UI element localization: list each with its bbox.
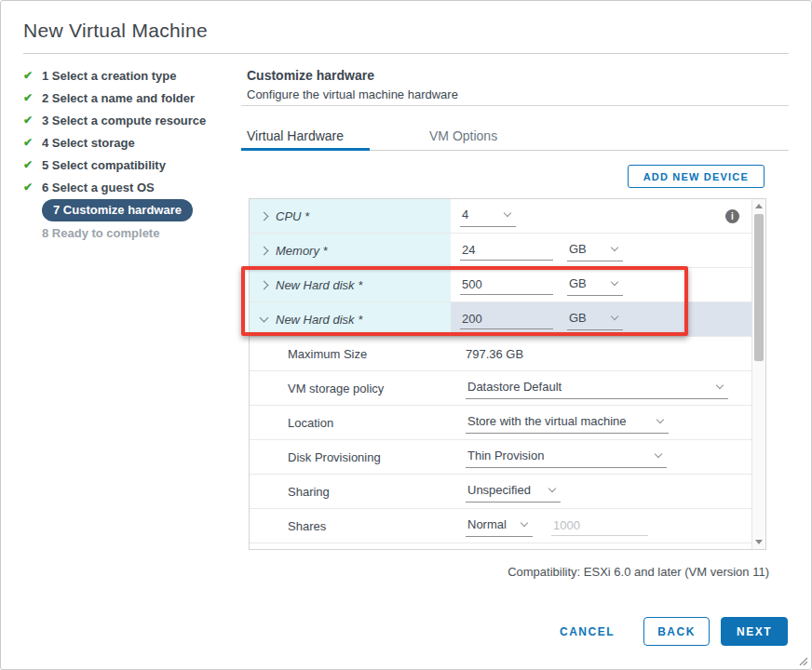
sharing-label: Sharing <box>288 485 330 499</box>
step-label: 6 Select a guest OS <box>42 181 155 194</box>
disk2-unit-value: GB <box>569 311 587 325</box>
scrollbar-thumb[interactable] <box>754 214 764 361</box>
chevron-down-icon <box>504 208 511 216</box>
memory-label: Memory * <box>276 244 328 258</box>
sharing-label-cell: Sharing <box>250 475 451 508</box>
next-button[interactable]: NEXT <box>721 617 788 646</box>
disk1-size-input[interactable] <box>460 275 553 295</box>
step-label: 3 Select a compute resource <box>42 114 206 127</box>
step-label: 8 Ready to complete <box>42 226 159 240</box>
row-maximum-size: Maximum Size 797.36 GB <box>250 337 751 371</box>
sidebar-step-2[interactable]: ✔ 2 Select a name and folder <box>23 87 239 109</box>
cpu-count-select[interactable]: 4 <box>460 206 516 227</box>
check-icon: ✔ <box>23 181 42 194</box>
row-shares: Shares Normal <box>250 509 751 543</box>
disk2-unit-select[interactable]: GB <box>567 309 623 330</box>
back-button[interactable]: BACK <box>643 617 710 646</box>
chevron-down-icon <box>611 312 618 319</box>
memory-unit-value: GB <box>569 242 587 256</box>
check-icon: ✔ <box>23 69 42 82</box>
maximum-size-label-cell: Maximum Size <box>250 337 451 370</box>
maximum-size-value: 797.36 GB <box>466 347 523 361</box>
row-disk-provisioning: Disk Provisioning Thin Provision <box>250 440 751 475</box>
chevron-down-icon <box>521 518 528 526</box>
title-divider <box>23 53 789 54</box>
location-select[interactable]: Store with the virtual machine <box>466 412 669 434</box>
storage-policy-label-cell: VM storage policy <box>250 371 451 405</box>
row-new-hard-disk-2[interactable]: New Hard disk * GB <box>250 302 751 337</box>
maximum-size-label: Maximum Size <box>288 347 367 361</box>
new-vm-wizard-dialog: New Virtual Machine ✔ 1 Select a creatio… <box>0 0 812 670</box>
chevron-right-icon[interactable] <box>260 246 269 255</box>
location-controls: Store with the virtual machine <box>451 406 751 439</box>
storage-policy-controls: Datastore Default <box>451 371 751 405</box>
cancel-button[interactable]: CANCEL <box>556 617 618 646</box>
disk2-size-input[interactable] <box>460 310 553 329</box>
step-label: 4 Select storage <box>42 136 135 150</box>
disk2-controls: GB <box>451 302 751 336</box>
memory-controls: GB <box>451 234 751 267</box>
sidebar-step-6[interactable]: ✔ 6 Select a guest OS <box>23 176 239 198</box>
panel-divider <box>241 105 789 106</box>
storage-policy-label: VM storage policy <box>288 382 384 395</box>
storage-policy-select[interactable]: Datastore Default <box>466 378 728 399</box>
row-cpu[interactable]: CPU * 4 i <box>250 199 751 234</box>
partial-next-row <box>250 543 751 547</box>
disk-provisioning-value: Thin Provision <box>467 449 544 462</box>
wizard-footer: CANCEL BACK NEXT <box>556 617 788 646</box>
sharing-select[interactable]: Unspecified <box>466 481 561 502</box>
disk1-label: New Hard disk * <box>276 278 362 292</box>
cpu-label: CPU * <box>276 209 309 223</box>
step-label: 5 Select compatibility <box>42 158 166 172</box>
table-scrollbar[interactable] <box>751 199 765 549</box>
chevron-down-icon <box>611 243 618 250</box>
step-label: 2 Select a name and folder <box>42 91 195 105</box>
memory-size-input[interactable] <box>460 241 553 261</box>
check-icon: ✔ <box>23 91 42 104</box>
disk2-label-cell[interactable]: New Hard disk * <box>250 302 451 336</box>
disk-provisioning-controls: Thin Provision <box>451 440 751 474</box>
cpu-label-cell[interactable]: CPU * <box>250 199 451 233</box>
disk-provisioning-label-cell: Disk Provisioning <box>250 440 451 474</box>
chevron-down-icon[interactable] <box>260 314 269 323</box>
storage-policy-value: Datastore Default <box>467 380 562 394</box>
sidebar-step-3[interactable]: ✔ 3 Select a compute resource <box>23 109 239 131</box>
tab-vm-options[interactable]: VM Options <box>416 123 510 151</box>
maximum-size-controls: 797.36 GB <box>451 337 751 370</box>
disk2-label: New Hard disk * <box>276 313 362 327</box>
location-value: Store with the virtual machine <box>467 414 627 428</box>
memory-unit-select[interactable]: GB <box>567 240 623 261</box>
page-title: New Virtual Machine <box>23 20 208 42</box>
tab-virtual-hardware[interactable]: Virtual Hardware <box>241 123 370 151</box>
add-new-device-button[interactable]: ADD NEW DEVICE <box>628 165 765 188</box>
shares-amount-input[interactable] <box>551 516 648 536</box>
disk1-label-cell[interactable]: New Hard disk * <box>250 268 451 302</box>
shares-level-select[interactable]: Normal <box>466 516 533 537</box>
chevron-down-icon <box>716 381 724 388</box>
disk-provisioning-select[interactable]: Thin Provision <box>466 447 667 468</box>
row-memory[interactable]: Memory * GB <box>250 234 751 268</box>
location-label: Location <box>288 416 333 430</box>
scroll-down-icon[interactable] <box>755 540 763 544</box>
memory-label-cell[interactable]: Memory * <box>250 234 451 267</box>
scroll-up-icon[interactable] <box>755 204 763 208</box>
location-label-cell: Location <box>250 406 451 439</box>
check-icon: ✔ <box>23 136 42 149</box>
sidebar-step-7-active[interactable]: 7 Customize hardware <box>23 198 239 221</box>
disk1-unit-select[interactable]: GB <box>567 275 623 296</box>
hardware-rows: CPU * 4 i Memory * <box>250 199 751 547</box>
active-step-chip: 7 Customize hardware <box>42 199 193 221</box>
chevron-down-icon <box>611 277 618 285</box>
sidebar-step-1[interactable]: ✔ 1 Select a creation type <box>23 64 239 87</box>
chevron-right-icon[interactable] <box>260 211 269 221</box>
chevron-right-icon[interactable] <box>260 280 269 289</box>
shares-level-value: Normal <box>467 517 507 531</box>
resize-handle-icon[interactable] <box>798 656 807 665</box>
row-sharing: Sharing Unspecified <box>250 475 751 509</box>
row-new-hard-disk-1[interactable]: New Hard disk * GB <box>250 268 751 302</box>
info-icon[interactable]: i <box>725 209 739 223</box>
virtual-hardware-table: CPU * 4 i Memory * <box>249 198 766 550</box>
sidebar-step-4[interactable]: ✔ 4 Select storage <box>23 131 239 154</box>
chevron-down-icon <box>656 415 664 422</box>
sidebar-step-5[interactable]: ✔ 5 Select compatibility <box>23 154 239 176</box>
